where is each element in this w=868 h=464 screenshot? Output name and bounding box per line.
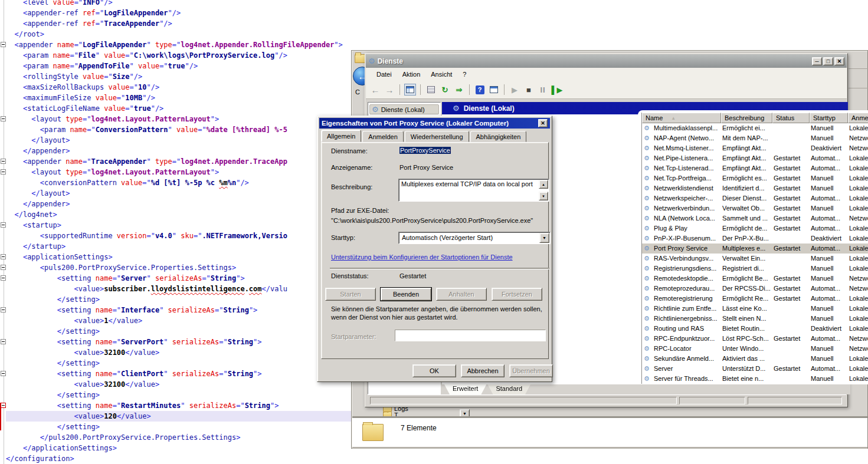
- menu-aktion[interactable]: Aktion: [398, 70, 425, 79]
- code-line[interactable]: <level value="INFO"/>: [6, 0, 351, 8]
- service-row[interactable]: ⚙Netzwerkverbindun...Verwaltet Ob...Gest…: [642, 203, 868, 213]
- service-row[interactable]: ⚙ServerUnterstützt D...GestartetAutomat.…: [642, 364, 868, 374]
- code-line[interactable]: <setting name="ClientPort" serializeAs="…: [6, 368, 351, 379]
- back-icon[interactable]: ←: [369, 84, 381, 96]
- service-row[interactable]: ⚙Net.Tcp-Portfreiga...Ermöglicht es...Ge…: [642, 173, 868, 183]
- code-line[interactable]: <applicationSettings>: [6, 252, 351, 262]
- fold-collapse-icon[interactable]: [1, 275, 6, 281]
- tab-erweitert[interactable]: Erweitert: [444, 384, 486, 394]
- starten-button[interactable]: Starten: [325, 288, 376, 301]
- fold-collapse-icon[interactable]: [1, 265, 6, 270]
- code-line[interactable]: <maxSizeRollBackups value="10"/>: [6, 82, 351, 93]
- code-line[interactable]: <maximumFileSize value="10MB"/>: [6, 93, 351, 103]
- dialog-title-bar[interactable]: Eigenschaften von Port Proxy Service (Lo…: [319, 118, 550, 129]
- starttyp-combobox[interactable]: Automatisch (Verzögerter Start) ▼: [398, 232, 551, 244]
- fold-collapse-icon[interactable]: [1, 371, 6, 376]
- abbrechen-button[interactable]: Abbrechen: [461, 364, 505, 377]
- code-line[interactable]: <appender name="LogFileAppender" type="l…: [6, 40, 351, 50]
- code-line[interactable]: </configuration>: [6, 453, 351, 464]
- tab-anmelden[interactable]: Anmelden: [362, 131, 404, 142]
- menu-ansicht[interactable]: Ansicht: [426, 70, 457, 79]
- code-line[interactable]: </appender>: [6, 146, 351, 156]
- service-row[interactable]: ⚙Net.Msmq-Listener...Empfängt Akt...Deak…: [642, 143, 868, 153]
- code-line[interactable]: <rollingStyle value="Size"/>: [6, 71, 351, 82]
- column-header-name[interactable]: Name▲: [642, 113, 721, 123]
- service-row[interactable]: ⚙RPC-LocatorUnter Windo...ManuellNetzwer…: [642, 344, 868, 354]
- code-line[interactable]: <appender name="TraceAppender" type="log…: [6, 156, 351, 167]
- code-line[interactable]: </setting>: [6, 422, 351, 432]
- fold-collapse-icon[interactable]: [1, 254, 6, 259]
- code-line[interactable]: </setting>: [6, 390, 351, 400]
- code-line[interactable]: </layout>: [6, 188, 351, 199]
- menu-datei[interactable]: Datei: [372, 70, 397, 79]
- start-service-icon[interactable]: ▶: [509, 84, 520, 96]
- code-line[interactable]: </setting>: [6, 294, 351, 305]
- code-line[interactable]: </layout>: [6, 135, 351, 146]
- column-header-beschreibung[interactable]: Beschreibung: [721, 113, 772, 123]
- code-line[interactable]: <param name="ConversionPattern" value="%…: [6, 124, 351, 135]
- stop-service-icon[interactable]: ■: [523, 84, 535, 96]
- anhalten-button[interactable]: Anhalten: [436, 288, 487, 301]
- code-line[interactable]: </root>: [6, 29, 351, 40]
- service-row[interactable]: ⚙RPC-Endpunktzuor...Löst RPC-Sch...Gesta…: [642, 334, 868, 344]
- export-list-icon[interactable]: ⇒: [453, 84, 465, 96]
- refresh-icon[interactable]: ↻: [439, 84, 451, 96]
- code-line[interactable]: </appender>: [6, 199, 351, 209]
- service-row[interactable]: ⚙NetzwerklistendienstIdentifiziert d...G…: [642, 183, 868, 193]
- code-line[interactable]: <appender-ref ref="LogFileAppender"/>: [6, 8, 351, 18]
- forward-icon[interactable]: →: [384, 84, 395, 96]
- fold-collapse-icon[interactable]: [1, 116, 6, 121]
- properties-icon[interactable]: [425, 84, 437, 96]
- service-row[interactable]: ⚙NAP-Agent (Netwo...Mit dem NAP-...Manue…: [642, 133, 868, 143]
- code-line[interactable]: <value>32100</value>: [6, 379, 351, 390]
- service-row[interactable]: ⚙Netzwerkspeicher-...Dieser Dienst...Ges…: [642, 193, 868, 203]
- close-button[interactable]: ✕: [834, 57, 844, 65]
- code-line[interactable]: <puls200.PortProxyService.Properties.Set…: [6, 262, 351, 273]
- service-row[interactable]: ⚙RAS-Verbindungsv...Verwaltet Ein...Manu…: [642, 254, 868, 264]
- fold-collapse-icon[interactable]: [1, 403, 6, 408]
- code-lines[interactable]: <level value="INFO"/> <appender-ref ref=…: [6, 0, 351, 464]
- services-title-bar[interactable]: ⚙ Dienste ─ □ ✕: [366, 54, 847, 68]
- service-row[interactable]: ⚙RemoteregistrierungErmöglicht Re...Gest…: [642, 294, 868, 304]
- code-line[interactable]: </startup>: [6, 241, 351, 252]
- maximize-button[interactable]: □: [823, 57, 833, 65]
- column-header-status[interactable]: Status: [772, 113, 810, 123]
- beenden-button[interactable]: Beenden: [381, 288, 431, 301]
- menu-hilfe[interactable]: ?: [458, 70, 471, 79]
- desc-scroll-up-icon[interactable]: ▲: [539, 180, 548, 189]
- code-line[interactable]: <conversionPattern value="%d [%t] %-5p %…: [6, 177, 351, 188]
- code-line[interactable]: <setting name="ServerPort" serializeAs="…: [6, 337, 351, 347]
- service-row[interactable]: ⚙Routing und RASBietet Routin...Deaktivi…: [642, 324, 868, 334]
- code-line[interactable]: </log4net>: [6, 209, 351, 220]
- show-console-tree-icon[interactable]: [404, 84, 416, 96]
- restart-service-icon[interactable]: ▌▶: [551, 84, 563, 96]
- beschreibung-textbox[interactable]: Multiplexes external TCP/IP data on loca…: [398, 179, 549, 202]
- minimize-button[interactable]: ─: [812, 57, 822, 65]
- column-header-anmelden-als[interactable]: Anmelden als: [848, 113, 868, 123]
- tab-standard[interactable]: Standard: [487, 384, 530, 394]
- code-line[interactable]: </setting>: [6, 358, 351, 368]
- service-row[interactable]: ⚙Richtlinienergebniss...Stellt einen N..…: [642, 314, 868, 324]
- combo-dropdown-icon[interactable]: ▼: [539, 233, 549, 243]
- column-header-starttyp[interactable]: Starttyp: [810, 113, 848, 123]
- service-row[interactable]: ⚙Port Proxy ServiceMultiplexes e...Gesta…: [642, 243, 868, 254]
- uebernehmen-button[interactable]: Übernehmen: [509, 364, 553, 377]
- code-line[interactable]: <setting name="RestartMinutes" serialize…: [6, 400, 351, 411]
- code-line[interactable]: <param name="AppendToFile" value="true"/…: [6, 61, 351, 71]
- code-line[interactable]: <layout type="log4net.Layout.PatternLayo…: [6, 167, 351, 177]
- code-line[interactable]: <value>1</value>: [6, 315, 351, 326]
- code-line[interactable]: <supportedRuntime version="v4.0" sku=".N…: [6, 231, 351, 241]
- code-line[interactable]: <setting name="Server" serializeAs="Stri…: [6, 273, 351, 284]
- service-row[interactable]: ⚙PnP-X-IP-Busenum...Der PnP-X-Bu...Deakt…: [642, 233, 868, 243]
- code-line[interactable]: <layout type="log4net.Layout.PatternLayo…: [6, 114, 351, 124]
- fortsetzen-button[interactable]: Fortsetzen: [492, 288, 542, 301]
- code-line[interactable]: </applicationSettings>: [6, 443, 351, 453]
- code-line[interactable]: </puls200.PortProxyService.Properties.Se…: [6, 432, 351, 443]
- pause-service-icon[interactable]: II: [537, 84, 549, 96]
- service-row[interactable]: ⚙Multimediaklassenpl...Ermöglicht ei...M…: [642, 123, 868, 133]
- fold-collapse-icon[interactable]: [1, 339, 6, 344]
- service-row[interactable]: ⚙Registrierungsdiens...Registriert di...…: [642, 264, 868, 274]
- service-row[interactable]: ⚙NLA (Network Loca...Sammelt und ...Gest…: [642, 213, 868, 223]
- tab-abhaengigkeiten[interactable]: Abhängigkeiten: [470, 131, 527, 142]
- code-line[interactable]: </setting>: [6, 326, 351, 337]
